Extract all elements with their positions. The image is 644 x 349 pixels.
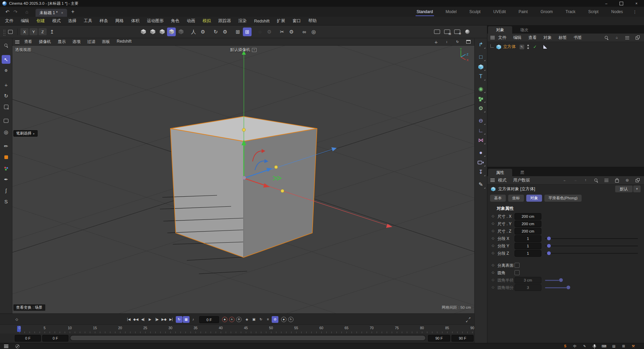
slider-track[interactable] [545,238,638,239]
color-swatch-icon[interactable] [2,153,10,161]
object-name[interactable]: 立方体 [503,44,516,50]
primitive-cube-icon[interactable] [476,62,486,71]
object-row-cube[interactable]: 立方体 ✎ ✓ [490,44,547,50]
light-object-icon[interactable]: ↧ [476,168,486,177]
ime-pen-icon[interactable]: ✎ [582,343,587,349]
cut-settings-icon[interactable]: ⚙ [287,28,296,36]
attribute-manager-tab-属性[interactable]: 属性 [488,169,512,176]
menu-体积[interactable]: 体积 [127,18,143,24]
slider-knob-圆角半径[interactable] [559,278,563,282]
preview-start-field[interactable]: 0 F [15,335,41,342]
key-rotation-icon[interactable]: ↻ [258,316,264,323]
workspace-tab-track[interactable]: Track [559,7,582,17]
workspace-tab-uvedit[interactable]: UVEdit [487,7,512,17]
attribute-manager-menu-icon[interactable] [490,180,495,181]
target-icon[interactable]: ◎ [624,177,631,184]
keyframe-dot-icon[interactable]: ◇ [492,251,494,255]
camera-label[interactable]: 默认摄像机 + [12,47,474,53]
viewport-canvas[interactable]: 透视视图 默认摄像机 + Y Z X 查看变换 : 场景 网格间距 : 50 c… [12,46,474,313]
move-tool-icon[interactable] [2,80,10,89]
key-pla-icon[interactable]: ⊘ [272,316,278,323]
find-tool-icon[interactable] [2,41,10,50]
pan-view-icon[interactable] [433,39,439,45]
menu-扩展[interactable]: 扩展 [273,18,289,24]
value-field-圆角半径[interactable]: 3 cm [515,277,541,284]
attribute-tab-对象[interactable]: 对象 [526,195,542,202]
cube-tool-3-icon[interactable] [158,28,166,36]
keyframe-dot-icon[interactable]: ◇ [492,263,494,267]
object-manager-menu-icon[interactable] [490,37,495,38]
next-key-icon[interactable]: ▶◆ [161,316,167,323]
attribute-tab-坐标[interactable]: 坐标 [508,195,524,202]
back-arrow-icon[interactable]: ← [561,177,568,184]
filter-icon[interactable] [624,34,631,41]
minimize-button[interactable]: – [599,0,614,7]
menu-跟踪器[interactable]: 跟踪器 [215,18,235,24]
viewport-menu-摄像机[interactable]: 摄像机 [36,39,54,45]
go-to-end-icon[interactable]: ▶| [168,316,174,323]
timeline-solo-icon[interactable]: ◆ [280,316,287,323]
menu-文件[interactable]: 文件 [1,18,17,24]
workspace-tab-groom[interactable]: Groom [534,7,559,17]
workplane-icon[interactable] [6,28,15,36]
current-frame-field[interactable]: 0 F [199,316,219,323]
slider-knob-圆角细分[interactable] [567,286,570,289]
timeline-scrollbar-bar[interactable] [70,336,425,340]
search-icon[interactable] [593,177,599,184]
workspace-tab-paint[interactable]: Paint [512,7,534,17]
cut-tool-icon[interactable]: ✂ [278,28,286,36]
axis-lock-z-button[interactable]: Z [39,28,47,35]
new-tab-button[interactable]: + [71,9,74,15]
preset-button[interactable]: 默认 [615,186,633,192]
render-settings-icon[interactable]: ⚙ [453,28,462,36]
enable-check-icon[interactable]: ✓ [533,44,537,49]
autokey-icon[interactable]: A [228,316,235,323]
sound-toggle-icon[interactable]: ♪ [190,316,197,323]
search-icon[interactable] [603,34,610,41]
toolbar-grip-icon[interactable] [3,32,4,32]
value-field-分段 X[interactable]: 1 [515,235,541,242]
cube-tool-4-icon[interactable] [167,28,176,36]
menu-角色[interactable]: 角色 [167,18,183,24]
text-object-icon[interactable]: T [476,72,486,81]
undo-icon[interactable]: ↶ [3,9,11,14]
document-tab[interactable]: 未标题 1 * × [36,9,67,17]
object-manager-tab-场次[interactable]: 场次 [512,26,536,34]
forward-arrow-icon[interactable]: → [572,177,579,184]
dolly-view-icon[interactable]: ↕ [443,39,450,45]
generator-icon[interactable]: ⚙ [476,104,486,113]
axis-edit-icon[interactable]: ↱ [476,40,486,49]
menu-模式[interactable]: 模式 [49,18,64,24]
checkbox-分离表面[interactable] [515,263,520,268]
slider-track[interactable] [545,246,638,246]
popout-icon[interactable] [634,34,641,41]
dynamics-settings-icon[interactable]: ⚙ [265,28,274,36]
tab-close-icon[interactable]: × [61,11,63,15]
cycle-tool-icon[interactable]: ↻ [211,28,220,36]
object-manager-menu-对象[interactable]: 对象 [540,35,555,41]
keyframe-dot-icon[interactable]: ◇ [492,229,494,233]
axis-lock-x-button[interactable]: X [20,28,29,35]
next-frame-icon[interactable]: |▶ [154,316,160,323]
previous-frame-icon[interactable]: ◀| [140,316,146,323]
multi-color-icon[interactable] [2,164,10,172]
play-icon[interactable]: ▶ [147,316,153,323]
object-manager[interactable]: 立方体 ✎ ✓ [487,42,644,167]
checkbox-圆角[interactable] [515,270,520,275]
menu-样条[interactable]: 样条 [96,18,112,24]
solo-view-icon[interactable]: ∞ [300,28,309,36]
viewport-menu-Redshift[interactable]: Redshift [113,39,135,45]
viewport-menu-选项[interactable]: 选项 [69,39,84,45]
rotate-tool-icon[interactable]: ↻ [2,91,10,100]
workspace-tab-script[interactable]: Script [582,7,605,17]
render-picture-viewer-icon[interactable]: ▤ [443,28,451,36]
lock-icon[interactable] [613,177,620,184]
ime-logo-icon[interactable]: S [562,343,568,349]
editor-toggle-icon[interactable]: ✎ [520,45,524,49]
up-arrow-icon[interactable]: ↑ [582,177,589,184]
volume-builder-icon[interactable] [476,94,486,103]
slider-knob-分段 Z[interactable] [547,251,551,255]
orbit-view-icon[interactable]: ↻ [454,39,461,45]
ime-mic-icon[interactable] [592,343,597,349]
live-selection-icon[interactable]: ↖ [2,55,10,64]
